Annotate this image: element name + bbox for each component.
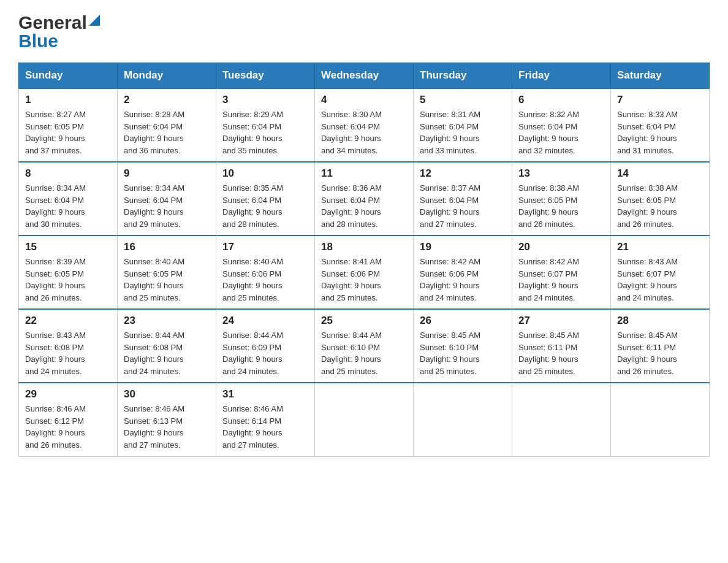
day-info: Sunrise: 8:30 AMSunset: 6:04 PMDaylight:… bbox=[321, 110, 382, 155]
day-number: 12 bbox=[420, 167, 506, 180]
day-info: Sunrise: 8:41 AMSunset: 6:06 PMDaylight:… bbox=[321, 257, 382, 302]
day-cell: 16 Sunrise: 8:40 AMSunset: 6:05 PMDaylig… bbox=[118, 236, 216, 309]
day-number: 17 bbox=[222, 241, 308, 253]
day-cell: 8 Sunrise: 8:34 AMSunset: 6:04 PMDayligh… bbox=[19, 162, 118, 236]
day-info: Sunrise: 8:35 AMSunset: 6:04 PMDaylight:… bbox=[222, 183, 283, 229]
day-number: 10 bbox=[222, 167, 308, 180]
day-cell: 28 Sunrise: 8:45 AMSunset: 6:11 PMDaylig… bbox=[611, 309, 710, 383]
day-info: Sunrise: 8:38 AMSunset: 6:05 PMDaylight:… bbox=[518, 183, 579, 229]
day-cell: 30 Sunrise: 8:46 AMSunset: 6:13 PMDaylig… bbox=[118, 383, 216, 456]
day-info: Sunrise: 8:45 AMSunset: 6:10 PMDaylight:… bbox=[420, 331, 480, 376]
day-number: 24 bbox=[222, 315, 308, 327]
week-row-1: 1 Sunrise: 8:27 AMSunset: 6:05 PMDayligh… bbox=[19, 88, 710, 162]
week-row-4: 22 Sunrise: 8:43 AMSunset: 6:08 PMDaylig… bbox=[19, 309, 710, 383]
day-number: 16 bbox=[124, 241, 210, 253]
day-number: 29 bbox=[25, 388, 111, 400]
day-info: Sunrise: 8:37 AMSunset: 6:04 PMDaylight:… bbox=[420, 183, 480, 229]
day-info: Sunrise: 8:42 AMSunset: 6:06 PMDaylight:… bbox=[420, 257, 480, 302]
day-cell bbox=[512, 383, 611, 456]
day-info: Sunrise: 8:46 AMSunset: 6:14 PMDaylight:… bbox=[222, 404, 283, 450]
day-info: Sunrise: 8:40 AMSunset: 6:05 PMDaylight:… bbox=[124, 257, 184, 302]
col-header-thursday: Thursday bbox=[414, 63, 512, 89]
day-number: 5 bbox=[420, 94, 506, 106]
day-cell bbox=[611, 383, 710, 456]
day-cell: 2 Sunrise: 8:28 AMSunset: 6:04 PMDayligh… bbox=[118, 88, 216, 162]
day-info: Sunrise: 8:44 AMSunset: 6:08 PMDaylight:… bbox=[124, 331, 184, 376]
day-info: Sunrise: 8:46 AMSunset: 6:12 PMDaylight:… bbox=[25, 404, 86, 450]
day-cell: 10 Sunrise: 8:35 AMSunset: 6:04 PMDaylig… bbox=[216, 162, 315, 236]
day-cell: 19 Sunrise: 8:42 AMSunset: 6:06 PMDaylig… bbox=[414, 236, 512, 309]
day-cell: 4 Sunrise: 8:30 AMSunset: 6:04 PMDayligh… bbox=[315, 88, 414, 162]
day-number: 28 bbox=[617, 315, 703, 327]
day-info: Sunrise: 8:44 AMSunset: 6:09 PMDaylight:… bbox=[222, 331, 283, 376]
svg-marker-0 bbox=[89, 15, 100, 26]
day-number: 9 bbox=[124, 167, 210, 180]
day-info: Sunrise: 8:34 AMSunset: 6:04 PMDaylight:… bbox=[25, 183, 86, 229]
col-header-tuesday: Tuesday bbox=[216, 63, 315, 89]
day-number: 23 bbox=[124, 315, 210, 327]
day-cell: 3 Sunrise: 8:29 AMSunset: 6:04 PMDayligh… bbox=[216, 88, 315, 162]
day-info: Sunrise: 8:46 AMSunset: 6:13 PMDaylight:… bbox=[124, 404, 184, 450]
day-cell: 21 Sunrise: 8:43 AMSunset: 6:07 PMDaylig… bbox=[611, 236, 710, 309]
day-number: 19 bbox=[420, 241, 506, 253]
day-cell: 15 Sunrise: 8:39 AMSunset: 6:05 PMDaylig… bbox=[19, 236, 118, 309]
day-number: 3 bbox=[222, 94, 308, 106]
day-number: 13 bbox=[518, 167, 604, 180]
logo-triangle-svg bbox=[89, 15, 100, 26]
day-info: Sunrise: 8:42 AMSunset: 6:07 PMDaylight:… bbox=[518, 257, 579, 302]
col-header-wednesday: Wednesday bbox=[315, 63, 414, 89]
day-number: 18 bbox=[321, 241, 407, 253]
col-header-monday: Monday bbox=[118, 63, 216, 89]
day-cell: 23 Sunrise: 8:44 AMSunset: 6:08 PMDaylig… bbox=[118, 309, 216, 383]
day-number: 8 bbox=[25, 167, 111, 180]
day-cell: 27 Sunrise: 8:45 AMSunset: 6:11 PMDaylig… bbox=[512, 309, 611, 383]
logo: General Blue bbox=[18, 12, 100, 52]
col-header-sunday: Sunday bbox=[19, 63, 118, 89]
day-cell: 13 Sunrise: 8:38 AMSunset: 6:05 PMDaylig… bbox=[512, 162, 611, 236]
day-cell: 5 Sunrise: 8:31 AMSunset: 6:04 PMDayligh… bbox=[414, 88, 512, 162]
day-number: 15 bbox=[25, 241, 111, 253]
day-number: 6 bbox=[518, 94, 604, 106]
day-number: 4 bbox=[321, 94, 407, 106]
day-cell: 29 Sunrise: 8:46 AMSunset: 6:12 PMDaylig… bbox=[19, 383, 118, 456]
logo-general-text: General bbox=[18, 12, 87, 33]
day-number: 1 bbox=[25, 94, 111, 106]
header-row: SundayMondayTuesdayWednesdayThursdayFrid… bbox=[19, 63, 710, 89]
week-row-2: 8 Sunrise: 8:34 AMSunset: 6:04 PMDayligh… bbox=[19, 162, 710, 236]
day-cell: 24 Sunrise: 8:44 AMSunset: 6:09 PMDaylig… bbox=[216, 309, 315, 383]
day-number: 7 bbox=[617, 94, 703, 106]
day-info: Sunrise: 8:29 AMSunset: 6:04 PMDaylight:… bbox=[222, 110, 283, 155]
day-info: Sunrise: 8:28 AMSunset: 6:04 PMDaylight:… bbox=[124, 110, 184, 155]
day-cell: 1 Sunrise: 8:27 AMSunset: 6:05 PMDayligh… bbox=[19, 88, 118, 162]
day-cell: 12 Sunrise: 8:37 AMSunset: 6:04 PMDaylig… bbox=[414, 162, 512, 236]
week-row-3: 15 Sunrise: 8:39 AMSunset: 6:05 PMDaylig… bbox=[19, 236, 710, 309]
day-cell: 9 Sunrise: 8:34 AMSunset: 6:04 PMDayligh… bbox=[118, 162, 216, 236]
logo-line1: General bbox=[18, 12, 100, 33]
day-info: Sunrise: 8:36 AMSunset: 6:04 PMDaylight:… bbox=[321, 183, 382, 229]
day-info: Sunrise: 8:43 AMSunset: 6:08 PMDaylight:… bbox=[25, 331, 86, 376]
day-cell: 18 Sunrise: 8:41 AMSunset: 6:06 PMDaylig… bbox=[315, 236, 414, 309]
day-number: 22 bbox=[25, 315, 111, 327]
col-header-saturday: Saturday bbox=[611, 63, 710, 89]
day-info: Sunrise: 8:31 AMSunset: 6:04 PMDaylight:… bbox=[420, 110, 480, 155]
day-number: 2 bbox=[124, 94, 210, 106]
day-cell bbox=[315, 383, 414, 456]
day-info: Sunrise: 8:45 AMSunset: 6:11 PMDaylight:… bbox=[518, 331, 579, 376]
day-cell: 20 Sunrise: 8:42 AMSunset: 6:07 PMDaylig… bbox=[512, 236, 611, 309]
day-info: Sunrise: 8:38 AMSunset: 6:05 PMDaylight:… bbox=[617, 183, 678, 229]
day-number: 25 bbox=[321, 315, 407, 327]
day-cell: 22 Sunrise: 8:43 AMSunset: 6:08 PMDaylig… bbox=[19, 309, 118, 383]
calendar-table: SundayMondayTuesdayWednesdayThursdayFrid… bbox=[18, 63, 710, 457]
col-header-friday: Friday bbox=[512, 63, 611, 89]
day-cell: 25 Sunrise: 8:44 AMSunset: 6:10 PMDaylig… bbox=[315, 309, 414, 383]
day-info: Sunrise: 8:39 AMSunset: 6:05 PMDaylight:… bbox=[25, 257, 86, 302]
day-number: 21 bbox=[617, 241, 703, 253]
day-number: 27 bbox=[518, 315, 604, 327]
day-cell: 17 Sunrise: 8:40 AMSunset: 6:06 PMDaylig… bbox=[216, 236, 315, 309]
day-cell: 6 Sunrise: 8:32 AMSunset: 6:04 PMDayligh… bbox=[512, 88, 611, 162]
day-cell: 11 Sunrise: 8:36 AMSunset: 6:04 PMDaylig… bbox=[315, 162, 414, 236]
day-info: Sunrise: 8:43 AMSunset: 6:07 PMDaylight:… bbox=[617, 257, 678, 302]
week-row-5: 29 Sunrise: 8:46 AMSunset: 6:12 PMDaylig… bbox=[19, 383, 710, 456]
day-number: 11 bbox=[321, 167, 407, 180]
day-cell: 14 Sunrise: 8:38 AMSunset: 6:05 PMDaylig… bbox=[611, 162, 710, 236]
